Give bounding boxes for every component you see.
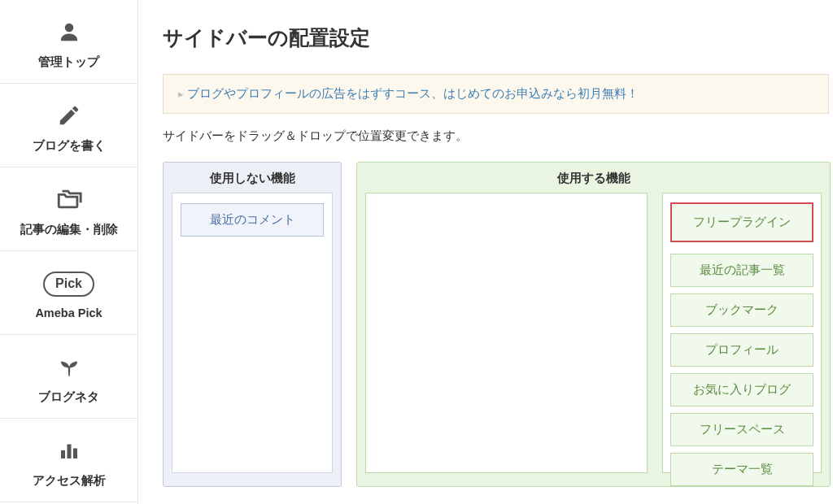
svg-rect-1 — [61, 450, 65, 458]
sidebar-item-label: Ameba Pick — [35, 306, 102, 319]
folders-icon — [55, 181, 83, 217]
panel-unused-title: 使用しない機能 — [172, 163, 333, 193]
person-icon — [57, 14, 81, 50]
widget-profile[interactable]: プロフィール — [670, 333, 813, 367]
sidebar-nav: 管理トップ ブログを書く 記事の編集・削除 Pick Ameba Pick ブロ… — [0, 0, 138, 504]
sidebar-item-write-blog[interactable]: ブログを書く — [0, 84, 137, 167]
widget-recent-comments[interactable]: 最近のコメント — [181, 203, 324, 237]
page-title: サイドバーの配置設定 — [163, 24, 831, 51]
sidebar-item-label: アクセス解析 — [33, 473, 106, 489]
sidebar-item-label: ブログを書く — [33, 138, 106, 154]
page-description: サイドバーをドラッグ＆ドロップで位置変更できます。 — [163, 128, 831, 144]
used-column-left — [365, 193, 648, 473]
pencil-icon — [57, 98, 81, 133]
sidebar-item-label: 管理トップ — [38, 54, 99, 70]
notice-banner: ブログやプロフィールの広告をはずすコース、はじめてのお申込みなら初月無料！ — [163, 74, 829, 114]
panels-row: 使用しない機能 最近のコメント 使用する機能 フリープラグイン 最近の記事一覧 … — [163, 162, 831, 487]
sidebar-item-blog-topic[interactable]: ブログネタ — [0, 335, 137, 419]
widget-favorite-blogs[interactable]: お気に入りブログ — [670, 373, 813, 406]
pick-icon: Pick — [43, 266, 94, 302]
svg-rect-3 — [73, 448, 77, 458]
sidebar-item-ameba-pick[interactable]: Pick Ameba Pick — [0, 251, 137, 335]
svg-point-0 — [64, 23, 73, 32]
widget-bookmark[interactable]: ブックマーク — [670, 293, 813, 327]
widget-free-plugin[interactable]: フリープラグイン — [670, 202, 813, 242]
widget-recent-articles[interactable]: 最近の記事一覧 — [670, 254, 813, 287]
panel-unused-body: 最近のコメント — [172, 193, 333, 473]
sprout-icon — [57, 349, 81, 385]
panel-used-title: 使用する機能 — [365, 163, 822, 193]
panel-used-body: フリープラグイン 最近の記事一覧 ブックマーク プロフィール お気に入りブログ … — [365, 193, 822, 473]
used-column-right: フリープラグイン 最近の記事一覧 ブックマーク プロフィール お気に入りブログ … — [662, 193, 822, 473]
main-content: サイドバーの配置設定 ブログやプロフィールの広告をはずすコース、はじめてのお申込… — [138, 0, 833, 504]
sidebar-item-admin-top[interactable]: 管理トップ — [0, 0, 137, 84]
widget-free-space[interactable]: フリースペース — [670, 413, 813, 446]
bar-chart-icon — [57, 432, 81, 468]
sidebar-item-label: ブログネタ — [38, 389, 99, 405]
svg-rect-2 — [67, 444, 71, 458]
sidebar-item-analytics[interactable]: アクセス解析 — [0, 419, 137, 502]
sidebar-item-label: 記事の編集・削除 — [20, 222, 118, 237]
panel-used: 使用する機能 フリープラグイン 最近の記事一覧 ブックマーク プロフィール お気… — [356, 162, 831, 487]
notice-link[interactable]: ブログやプロフィールの広告をはずすコース、はじめてのお申込みなら初月無料！ — [178, 86, 639, 100]
widget-theme-list[interactable]: テーマ一覧 — [670, 453, 813, 486]
panel-unused: 使用しない機能 最近のコメント — [163, 162, 342, 487]
sidebar-item-edit-delete[interactable]: 記事の編集・削除 — [0, 167, 137, 251]
